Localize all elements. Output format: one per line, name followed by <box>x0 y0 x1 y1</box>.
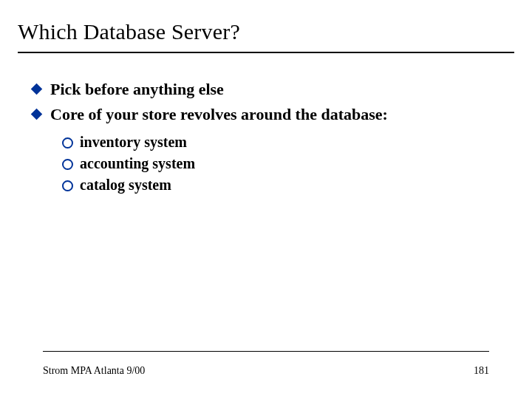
slide: Which Database Server? Pick before anyth… <box>0 0 532 399</box>
sub-bullet-item: catalog system <box>62 175 514 195</box>
footer-divider <box>43 351 489 352</box>
sub-bullet-text: accounting system <box>80 155 195 171</box>
page-number: 181 <box>474 365 489 377</box>
footer: Strom MPA Atlanta 9/00 181 <box>43 365 489 377</box>
bullet-text: Pick before anything else <box>50 80 224 98</box>
footer-left-text: Strom MPA Atlanta 9/00 <box>43 365 145 377</box>
bullet-list-level1: Pick before anything else Core of your s… <box>18 78 514 125</box>
bullet-text: Core of your store revolves around the d… <box>50 105 388 123</box>
slide-title: Which Database Server? <box>18 19 514 53</box>
sub-bullet-text: catalog system <box>80 177 171 193</box>
bullet-list-level2: inventory system accounting system catal… <box>18 132 514 195</box>
sub-bullet-text: inventory system <box>80 134 187 150</box>
sub-bullet-item: accounting system <box>62 154 514 174</box>
sub-bullet-item: inventory system <box>62 132 514 152</box>
bullet-item: Pick before anything else <box>31 78 514 100</box>
bullet-item: Core of your store revolves around the d… <box>31 103 514 126</box>
